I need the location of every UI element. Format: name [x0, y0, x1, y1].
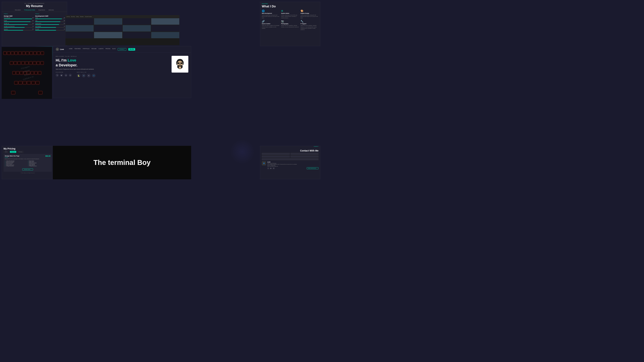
video-cell-3: [122, 18, 151, 25]
video-cell-2: [94, 18, 122, 25]
v-tool-1: Learning: [66, 16, 70, 17]
social-misc[interactable]: ©: [272, 167, 275, 169]
instagram-icon[interactable]: ◎: [64, 74, 68, 77]
contact-email: email: admin@example.com: [267, 166, 297, 167]
design-skills-col: Features Design Skill PHOTOSHOP95 FIGMA9…: [4, 13, 34, 31]
source-desc: There are many conditions of passages of…: [262, 25, 280, 29]
webdev-name: Web Development: [262, 13, 280, 14]
hero-section: WELCOME TO MY WORLD Hi, I'm Love a Devel…: [53, 52, 191, 81]
logo-area: L Love: [56, 48, 64, 51]
nav-contact-button[interactable]: CONTACT: [118, 48, 126, 51]
v-tool-4: Metadata: [80, 16, 84, 17]
it-icon: 🔧: [300, 20, 318, 23]
send-message-button[interactable]: SEND MESSAGE →: [307, 167, 318, 169]
v-tool-3: Editing: [76, 16, 79, 17]
services-grid: 🌐 Web Development I throw myself down am…: [260, 9, 320, 30]
main-panel: L Love HOME FEATURES PORTFOLIO RESUME CL…: [53, 46, 191, 98]
skill-css: CSS85: [35, 20, 65, 22]
service-graphic: 🎨 Graphic Design I throw myself down amo…: [300, 9, 318, 18]
nav-hire-button[interactable]: Hire Me: [128, 48, 135, 51]
logo-avatar: L: [56, 48, 59, 51]
svg-rect-7: [179, 66, 181, 68]
order-button[interactable]: ORDER NOW →: [22, 168, 33, 170]
tab-interview[interactable]: Interview: [48, 9, 54, 11]
contact-title: Contact With Me: [260, 148, 320, 153]
photo-icon: 📷: [281, 20, 299, 23]
features-right: ✓Design Figma ✓Design Figma ✓Maintenance…: [28, 160, 51, 166]
resume-tabs: Education Professional Skills Experience…: [2, 9, 67, 12]
experience-label: 10+ YEARS OF EXPERIENCE: [2, 3, 67, 4]
video-cell-12: [151, 32, 180, 38]
nav-portfolio[interactable]: PORTFOLIO: [83, 48, 90, 51]
card-subtitle: Design: [5, 157, 20, 158]
contact-field[interactable]: [290, 156, 318, 158]
video-area: Learning Recording Editing Metadata Esse…: [66, 15, 180, 45]
python-icon[interactable]: 🐍: [77, 74, 80, 77]
video-cell-6: [94, 25, 122, 32]
nav-features[interactable]: FEATURES: [74, 48, 81, 51]
nav-clients[interactable]: CLIENTS: [98, 48, 104, 51]
terminal-text: The terminal Boy: [94, 159, 150, 167]
photo-name: Photography: [281, 23, 299, 24]
pricing-tabs: Starter Featured Premium: [2, 151, 54, 154]
tools-icon[interactable]: ✦: [87, 74, 90, 77]
lastname-field[interactable]: [290, 153, 318, 155]
skill-design: DESIGN65: [4, 29, 34, 30]
nav-blog[interactable]: BLOG: [112, 48, 116, 51]
ptab-featured[interactable]: Featured: [10, 151, 16, 153]
react-icon[interactable]: ⚛: [82, 74, 86, 77]
tab-education[interactable]: Education: [15, 9, 21, 11]
hero-heading-post: a Developer.: [56, 63, 78, 67]
whatido-panel: FEATURES What I Do 🌐 Web Development I t…: [260, 2, 320, 46]
follow-section: FOLLOW ME ⌥ ▶ ◎ in BEST SKILL ON 🐍 ⚛ ✦ W: [56, 72, 172, 77]
nav-pricing[interactable]: PRICING: [106, 48, 110, 51]
linkedin-icon[interactable]: in: [69, 74, 72, 77]
video-cell-10: [94, 32, 122, 38]
ptab-starter[interactable]: Starter: [4, 151, 9, 153]
firstname-field[interactable]: [262, 153, 290, 155]
card-price: $50.00: [45, 155, 50, 157]
github-icon[interactable]: ⌥: [56, 74, 59, 77]
svg-rect-3: [180, 62, 182, 64]
welcome-text: WELCOME TO MY WORLD: [56, 56, 172, 57]
social-fb[interactable]: f: [267, 167, 269, 169]
skill-software: SOFTWARE70: [35, 26, 65, 28]
message-field[interactable]: [262, 158, 318, 160]
video-cell-1: [66, 18, 94, 25]
design-subtitle: Features: [4, 13, 34, 14]
video-cell-8: [151, 25, 180, 32]
v-tool-5: Essential Graphics: [85, 16, 92, 17]
nav-links: HOME FEATURES PORTFOLIO RESUME CLIENTS P…: [69, 48, 135, 51]
dev-subtitle: Features: [35, 13, 65, 14]
hero-text: WELCOME TO MY WORLD Hi, I'm Love a Devel…: [56, 56, 172, 77]
sysadmin-name: System Admin: [281, 13, 299, 14]
pricing-features: ✓1 Page with Elementor ✓Design Customiza…: [5, 160, 50, 166]
video-cell-4: [151, 18, 180, 25]
nav-resume[interactable]: RESUME: [92, 48, 96, 51]
contact-profile: 👤 Love Open-source Enthusiast I am avail…: [260, 160, 320, 170]
youtube-icon[interactable]: ▶: [60, 74, 63, 77]
video-grid: [66, 15, 180, 45]
tab-professional-skills[interactable]: Professional Skills: [24, 9, 35, 11]
tab-experience[interactable]: Experience: [38, 9, 45, 11]
dev-title: Development Skill: [35, 15, 65, 17]
skill-illustrator: ADOBE ILLUSTRATOR70: [4, 26, 34, 28]
pricing-card: Design Make this Page Design $50.00 Maki…: [4, 154, 52, 172]
contact-profile-name: Love: [267, 161, 297, 163]
card-desc: Making this the first true generator on …: [5, 158, 50, 160]
dev-skills-col: Features Development Skill HTML90 CSS85 …: [35, 13, 65, 31]
follow-me-group: FOLLOW ME ⌥ ▶ ◎ in: [56, 72, 72, 77]
terminal-panel: The terminal Boy: [53, 146, 191, 179]
photo-desc: Always free from repetition, injected hu…: [281, 25, 299, 28]
v-tool-2: Recording: [71, 16, 75, 17]
pricing-panel: My Pricing Starter Featured Premium Desi…: [2, 146, 54, 179]
nav-home[interactable]: HOME: [69, 48, 72, 51]
sysadmin-icon: ⚙: [281, 9, 299, 12]
contact-panel: CONTACT Contact With Me 👤 Love Open-sour…: [260, 146, 320, 179]
skill-icons: 🐍 ⚛ ✦ W: [77, 74, 96, 77]
social-li[interactable]: in: [270, 167, 272, 169]
wordpress-icon[interactable]: W: [92, 74, 96, 77]
ptab-premium[interactable]: Premium: [17, 151, 24, 153]
email-field[interactable]: [262, 156, 290, 158]
webdev-icon: 🌐: [262, 9, 280, 12]
